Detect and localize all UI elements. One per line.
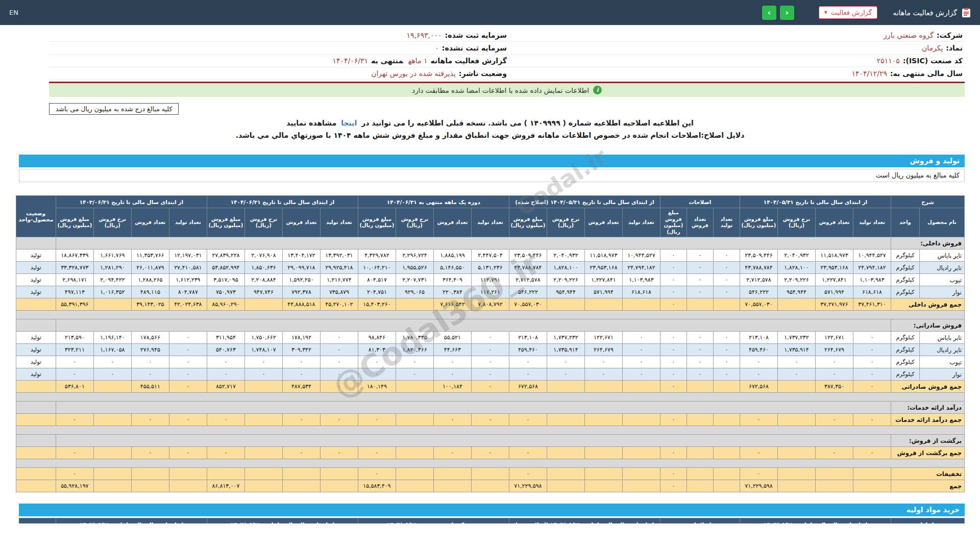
cell: ۰ xyxy=(853,414,891,426)
cell: ۰ xyxy=(778,356,816,368)
cell xyxy=(56,435,891,447)
cell: ۲۴,۷۹۴,۱۸۲ xyxy=(622,262,660,274)
cell: تخفیفات xyxy=(891,468,965,480)
metric-column-header: نرخ فروش (ریال) xyxy=(547,208,584,237)
metric-column-header: تعداد فروش xyxy=(433,208,471,237)
cell: ۴۸۷,۵۳۴ xyxy=(282,381,320,393)
cell xyxy=(547,298,584,311)
cell: ۰ xyxy=(433,356,471,368)
cell: ۰ xyxy=(320,356,358,368)
cell: ۱۲۲,۶۷۱ xyxy=(816,332,853,344)
cell: ۲,۲۰۹,۲۲۶ xyxy=(778,274,816,286)
cell: ۰ xyxy=(660,262,687,274)
cell: ۹۵۴,۹۴۴ xyxy=(547,286,584,298)
cell: تولید xyxy=(16,368,56,381)
cell xyxy=(816,480,853,492)
cell: ۰ xyxy=(660,480,687,492)
cell: ۱,۷۴۸,۱۰۷ xyxy=(244,344,282,356)
cell xyxy=(396,381,433,393)
period-group-header: از ابتدای سال مالی تا تاریخ ۱۴۰۴/۰۵/۳۱ xyxy=(740,196,891,208)
unit-column-header: واحد xyxy=(891,208,920,237)
info-value: ۰ xyxy=(435,44,439,52)
cell: کیلوگرم xyxy=(891,332,920,344)
cell xyxy=(547,381,584,393)
cell: ۷,۶۱۶,۵۴۲ xyxy=(433,298,471,311)
cell: ۱,۶۱۲,۲۳۹ xyxy=(169,274,207,286)
cell xyxy=(713,447,740,459)
cell: ۷۵۰,۹۷۳ xyxy=(207,286,244,298)
cell: ۰ xyxy=(713,368,740,381)
cell: ۶۱۸,۶۱۸ xyxy=(853,286,891,298)
cell: ۱۲,۱۹۷,۰۳۱ xyxy=(169,249,207,262)
unit-note-row: کلیه مبالغ درج شده به میلیون ریال می باش… xyxy=(49,103,965,115)
company-info-row: شرکت:گروه صنعتي بارزسرمایه ثبت شده:۱۹,۶۹… xyxy=(49,29,965,42)
sum-row: تخفیفات۰۰۰۰۰ xyxy=(16,468,964,480)
cell: جمع فروش صادراتی xyxy=(891,381,965,393)
next-announcement-button[interactable]: › xyxy=(780,6,794,20)
production-sales-header: تولید و فروش xyxy=(19,155,965,167)
cell: ۱,۷۳۵,۹۱۴ xyxy=(778,344,816,356)
cell: ۲,۰۴۰,۹۳۲ xyxy=(778,249,816,262)
amendment-note: این اطلاعیه اصلاحیه اطلاعیه شماره ( ۱۴۰۹… xyxy=(61,119,919,127)
cell xyxy=(16,298,56,311)
cell: ۵۷۱,۹۹۴ xyxy=(584,286,622,298)
cell xyxy=(713,298,740,311)
top-navbar: گزارش فعالیت ماهانه گزارش فعالیت ▼ › ‹ E… xyxy=(0,0,980,25)
desc-header: مواد اولیه xyxy=(891,518,964,524)
cell: ۱۵,۴۰۳,۲۶۰ xyxy=(358,298,396,311)
cell: ۸۶,۸۱۳,۰۰۷ xyxy=(207,480,244,492)
amendment-text-after: مشاهده نمایید xyxy=(286,119,336,127)
metric-column-header: نرخ فروش (ریال) xyxy=(396,208,433,237)
cell xyxy=(687,468,713,480)
cell xyxy=(244,447,282,459)
cell: ۵۴۶,۲۲۲ xyxy=(740,286,777,298)
cell: ۰ xyxy=(93,368,131,381)
cell: ۰ xyxy=(131,356,169,368)
cell: ۸۰۴,۵۱۷ xyxy=(358,274,396,286)
cell xyxy=(16,435,56,447)
cell: ۰ xyxy=(660,274,687,286)
cell: ۱,۱۶۷,۰۵۸ xyxy=(93,344,131,356)
sum-row: جمع فروش داخلی۳۷,۴۶۱,۳۱۰۳۷,۲۷۱,۹۷۶۷۰,۵۵۷… xyxy=(16,298,964,311)
product-column-header: نام محصول xyxy=(920,208,965,237)
cell: ۰ xyxy=(56,447,93,459)
previous-announcement-button[interactable]: ‹ xyxy=(762,6,776,20)
period-group-header: اصلاحات xyxy=(660,518,740,524)
info-field: کد صنعت (ISIC):۲۵۱۱۰۵ xyxy=(507,57,963,65)
cell: ۰ xyxy=(687,356,713,368)
cell xyxy=(244,414,282,426)
cell: ۱,۲۱۶,۷۷۴ xyxy=(320,274,358,286)
cell: ۷۰,۵۵۷,۰۳۰ xyxy=(740,298,777,311)
cell: نوار xyxy=(920,286,965,298)
cell: جمع درآمد ارائه خدمات xyxy=(891,414,965,426)
cell: جمع فروش داخلی xyxy=(891,298,965,311)
cell: ۰ xyxy=(660,332,687,344)
cell: ۰ xyxy=(584,356,622,368)
cell: ۳۹,۱۴۳,۰۲۵ xyxy=(131,298,169,311)
cell: ۰ xyxy=(169,447,207,459)
cell xyxy=(778,381,816,393)
cell: ۰ xyxy=(358,368,396,381)
cell: ۰ xyxy=(660,298,687,311)
cell: ۰ xyxy=(433,414,471,426)
sum-row: جمع درآمد ارائه خدمات۰۰۰۰۰۰۰۰۰۰۰۰۰۰ xyxy=(16,414,964,426)
info-value: ۱۴۰۴/۰۶/۳۱ xyxy=(332,57,368,65)
cell xyxy=(16,393,964,402)
previous-version-link[interactable]: اینجا xyxy=(341,119,357,127)
info-icon: i xyxy=(593,86,602,94)
cell: ۰ xyxy=(547,368,584,381)
cell: ۰ xyxy=(816,368,853,381)
info-field: سرمایه ثبت شده:۱۹,۶۹۳,۰۰۰ xyxy=(51,31,507,39)
language-toggle[interactable]: EN xyxy=(9,9,18,16)
cell: ۵۴۰,۷۶۳ xyxy=(207,344,244,356)
report-type-dropdown[interactable]: گزارش فعالیت ▼ xyxy=(819,6,878,19)
section-row: درآمد ارائه خدمات: xyxy=(16,402,964,414)
cell: ۹۴۷,۷۴۶ xyxy=(244,286,282,298)
cell: ۰ xyxy=(713,344,740,356)
cell: ۱,۲۸۱,۲۹۰ xyxy=(93,262,131,274)
cell xyxy=(396,414,433,426)
cell: ۱,۰۱۶,۳۵۲ xyxy=(93,286,131,298)
raw-materials-table: مواد اولیهاز ابتدای سال مالی تا تاریخ ۱۴… xyxy=(19,518,965,523)
cell: ۰ xyxy=(660,414,687,426)
cell: ۰ xyxy=(660,344,687,356)
